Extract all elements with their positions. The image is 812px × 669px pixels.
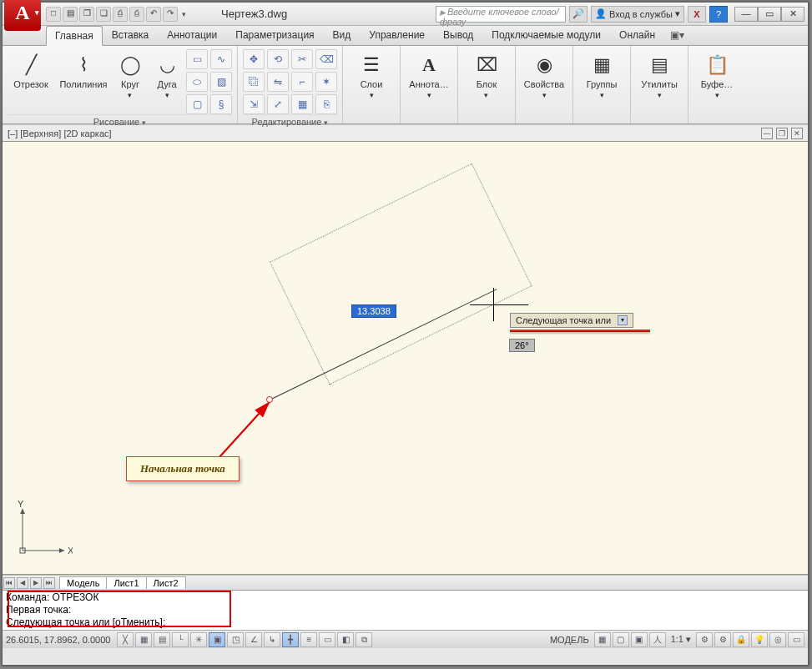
status-toggle-3dosnap[interactable]: ◳ [227, 632, 244, 647]
modify-offset[interactable]: ⎘ [315, 94, 337, 114]
draw-small-region[interactable]: ▢ [186, 94, 208, 114]
layers-button[interactable]: ☰Слои▾ [348, 49, 395, 102]
viewport-minimize-icon[interactable]: — [761, 128, 773, 139]
line-button[interactable]: ╱ Отрезок [8, 49, 54, 91]
layout-tab-model[interactable]: Модель [59, 576, 107, 589]
tab-annotate[interactable]: Аннотации [158, 25, 226, 45]
qat-saveas-icon[interactable]: ❏ [96, 7, 111, 22]
status-toggle-polar[interactable]: ✳ [190, 632, 207, 647]
command-prompt[interactable]: Следующая точка или [оТменить]: [6, 616, 804, 629]
status-annoscale-icon[interactable]: 人 [649, 632, 666, 647]
tab-parametric[interactable]: Параметризация [226, 25, 323, 45]
status-toggle-lwt[interactable]: ≡ [300, 632, 317, 647]
modify-explode[interactable]: ✶ [315, 72, 337, 92]
search-input[interactable]: Введите ключевое слово/фразу [436, 6, 566, 23]
sign-in-button[interactable]: 👤 Вход в службы ▾ [591, 6, 684, 23]
draw-small-hatch[interactable]: ▨ [210, 72, 232, 92]
modify-stretch[interactable]: ⇲ [243, 94, 265, 114]
status-isolate-icon[interactable]: ◎ [769, 632, 786, 647]
polyline-button[interactable]: ⌇ Полилиния [56, 49, 111, 91]
draw-small-helix[interactable]: § [210, 94, 232, 114]
status-quickview-drawings-icon[interactable]: ▣ [631, 632, 648, 647]
status-hardware-accel-icon[interactable]: 💡 [751, 632, 768, 647]
qat-undo-icon[interactable]: ↶ [146, 7, 161, 22]
modify-trim[interactable]: ✂ [291, 49, 313, 69]
close-button[interactable]: ✕ [781, 7, 804, 22]
status-toggle-infer[interactable]: ╳ [117, 632, 134, 647]
viewport-close-icon[interactable]: ✕ [791, 128, 803, 139]
qat-preview-icon[interactable]: ⎙ [129, 7, 144, 22]
dynamic-distance-input[interactable]: 13.3038 [351, 304, 396, 318]
qat-customize-icon[interactable]: ▾ [179, 7, 188, 22]
utilities-button[interactable]: ▤Утилиты▾ [636, 49, 683, 102]
status-toggle-qp[interactable]: ◧ [337, 632, 354, 647]
tab-output[interactable]: Вывод [434, 25, 482, 45]
tab-manage[interactable]: Управление [360, 25, 434, 45]
layout-tab-sheet2[interactable]: Лист2 [146, 576, 186, 589]
modify-move[interactable]: ✥ [243, 49, 265, 69]
status-toggle-osnap[interactable]: ▣ [209, 632, 225, 647]
status-toggle-dyn[interactable]: ╋ [282, 632, 299, 647]
status-toggle-snap[interactable]: ▦ [135, 632, 152, 647]
app-menu-button[interactable]: A▾ [4, 0, 41, 31]
ribbon-minimize-icon[interactable]: ▣▾ [664, 25, 690, 45]
status-toggle-ducs[interactable]: ↳ [264, 632, 280, 647]
status-toggle-ortho[interactable]: └ [172, 632, 189, 647]
minimize-button[interactable]: — [734, 7, 758, 22]
modify-mirror[interactable]: ⇋ [267, 72, 289, 92]
layout-nav-prev-icon[interactable]: ◀ [17, 577, 28, 589]
viewport-label[interactable]: [–] [Верхняя] [2D каркас] [8, 128, 112, 138]
properties-button[interactable]: ◉Свойства▾ [521, 49, 567, 102]
exchange-icon[interactable]: X [688, 6, 706, 23]
layout-tab-sheet1[interactable]: Лист1 [106, 576, 146, 589]
infocenter-search-icon[interactable]: 🔎 [569, 6, 588, 23]
status-annovisibility-icon[interactable]: ⚙ [696, 632, 713, 647]
status-toggle-otrack[interactable]: ∠ [245, 632, 262, 647]
block-button[interactable]: ⌧Блок▾ [463, 49, 510, 102]
status-grid-display-icon[interactable]: ▦ [594, 632, 611, 647]
annotation-button[interactable]: AАннота…▾ [406, 49, 452, 102]
status-toggle-tpy[interactable]: ▭ [319, 632, 335, 647]
draw-small-ellipse[interactable]: ⬭ [186, 72, 208, 92]
drawing-canvas[interactable]: 13.3038 26° Следующая точка или ▾ Началь… [3, 141, 808, 575]
modify-copy[interactable]: ⿻ [243, 72, 265, 92]
status-coordinates[interactable]: 26.6015, 17.8962, 0.0000 [6, 635, 110, 645]
qat-save-icon[interactable]: ❒ [79, 7, 94, 22]
command-window[interactable]: Команда: ОТРЕЗОК Первая точка: Следующая… [3, 590, 808, 630]
groups-button[interactable]: ▦Группы▾ [578, 49, 625, 102]
tab-home[interactable]: Главная [46, 26, 103, 46]
modify-erase[interactable]: ⌫ [315, 49, 337, 69]
status-workspace-icon[interactable]: ⚙ [714, 632, 731, 647]
qat-redo-icon[interactable]: ↷ [163, 7, 178, 22]
status-space-label[interactable]: МОДЕЛЬ [547, 635, 593, 645]
status-toggle-sc[interactable]: ⧉ [356, 632, 372, 647]
status-toggle-grid[interactable]: ▤ [154, 632, 170, 647]
modify-rotate[interactable]: ⟲ [267, 49, 289, 69]
modify-fillet[interactable]: ⌐ [291, 72, 313, 92]
status-quickview-layouts-icon[interactable]: ▢ [613, 632, 629, 647]
layout-nav-first-icon[interactable]: ⏮ [3, 577, 15, 589]
tab-plugins[interactable]: Подключаемые модули [482, 25, 610, 45]
qat-new-icon[interactable]: □ [46, 7, 61, 22]
status-toolbar-lock-icon[interactable]: 🔒 [733, 632, 749, 647]
modify-scale[interactable]: ⤢ [267, 94, 289, 114]
layout-nav-next-icon[interactable]: ▶ [30, 577, 42, 589]
draw-small-spline[interactable]: ∿ [210, 49, 232, 69]
status-cleanscreen-icon[interactable]: ▭ [788, 632, 804, 647]
qat-plot-icon[interactable]: ⎙ [113, 7, 128, 22]
circle-button[interactable]: ◯ Круг▾ [113, 49, 148, 102]
modify-array[interactable]: ▦ [291, 94, 313, 114]
tab-view[interactable]: Вид [324, 25, 361, 45]
maximize-button[interactable]: ▭ [758, 7, 781, 22]
layout-nav-last-icon[interactable]: ⏭ [43, 577, 55, 589]
viewport-restore-icon[interactable]: ❐ [776, 128, 788, 139]
help-icon[interactable]: ? [709, 6, 728, 23]
clipboard-button[interactable]: 📋Буфе…▾ [693, 49, 740, 102]
arc-button[interactable]: ◡ Дуга▾ [149, 49, 184, 102]
status-scale[interactable]: 1:1 ▾ [668, 634, 694, 645]
tab-insert[interactable]: Вставка [103, 25, 159, 45]
draw-small-rectangle[interactable]: ▭ [186, 49, 208, 69]
prompt-menu-icon[interactable]: ▾ [618, 315, 628, 325]
tab-online[interactable]: Онлайн [610, 25, 664, 45]
qat-open-icon[interactable]: ▤ [63, 7, 78, 22]
